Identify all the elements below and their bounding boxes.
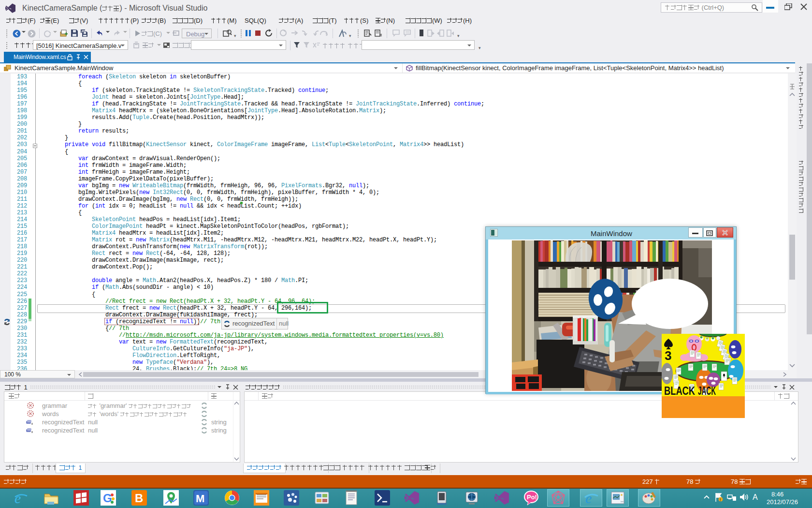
svg-text:B: B xyxy=(135,492,143,505)
svg-text:3: 3 xyxy=(665,348,671,363)
svg-text:!: ! xyxy=(720,497,721,502)
svg-text:e: e xyxy=(585,490,592,506)
svg-text:JACK: JACK xyxy=(698,385,716,397)
svg-text:Po!: Po! xyxy=(527,493,537,501)
svg-text:M: M xyxy=(196,493,204,505)
svg-text:e: e xyxy=(14,490,21,506)
svg-text:BLACK: BLACK xyxy=(664,385,695,397)
svg-text:G: G xyxy=(103,492,112,505)
